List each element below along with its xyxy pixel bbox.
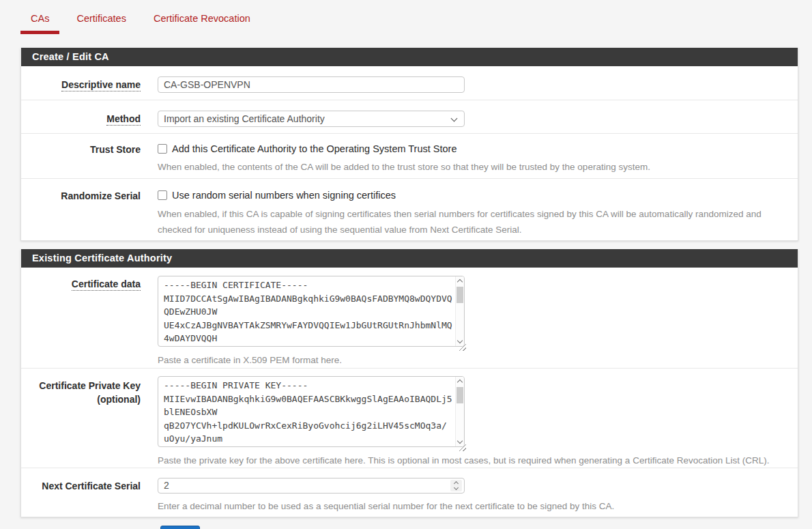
next-serial-value: 2 — [158, 478, 464, 493]
next-serial-input[interactable]: 2 — [158, 478, 465, 494]
scroll-up-icon[interactable] — [457, 279, 463, 285]
private-key-textarea[interactable]: -----BEGIN PRIVATE KEY----- MIIEvwIBADAN… — [158, 376, 465, 447]
randomize-serial-label: Randomize Serial — [21, 179, 158, 240]
trust-store-checkbox-label: Add this Certificate Authority to the Op… — [172, 143, 456, 154]
spinner-down-icon[interactable] — [453, 485, 458, 490]
randomize-serial-checkbox-label: Use random serial numbers when signing c… — [172, 190, 396, 201]
private-key-label: Certificate Private Key (optional) — [21, 369, 158, 468]
scrollbar-thumb[interactable] — [456, 387, 463, 403]
trust-store-help: When enabled, the contents of the CA wil… — [158, 160, 798, 174]
method-selected-value: Import an existing Certificate Authority — [164, 113, 325, 124]
descriptive-name-row: Descriptive name — [21, 66, 798, 100]
certificate-data-scrollbar[interactable] — [455, 276, 464, 346]
chevron-down-icon — [451, 115, 458, 122]
randomize-serial-checkbox[interactable] — [158, 190, 167, 200]
tab-cas[interactable]: CAs — [20, 10, 59, 48]
next-serial-row: Next Certificate Serial 2 Enter a decima… — [21, 468, 798, 517]
next-serial-help: Enter a decimal number to be used as a s… — [158, 499, 798, 513]
save-button[interactable]: Save — [160, 526, 200, 529]
private-key-scrollbar[interactable] — [455, 377, 464, 446]
active-tab-underline — [20, 31, 59, 34]
certificate-data-row: Certificate data -----BEGIN CERTIFICATE-… — [21, 268, 798, 369]
randomize-serial-help: When enabled, if this CA is capable of s… — [158, 206, 798, 238]
tab-certificates[interactable]: Certificates — [66, 10, 136, 48]
create-edit-ca-heading: Create / Edit CA — [21, 48, 798, 66]
tab-cas-label: CAs — [20, 10, 59, 26]
trust-store-row: Trust Store Add this Certificate Authori… — [21, 134, 798, 179]
certificate-data-help: Paste a certificate in X.509 PEM format … — [158, 353, 798, 367]
certificate-data-textarea[interactable]: -----BEGIN CERTIFICATE----- MIID7DCCAtSg… — [158, 276, 465, 347]
tab-certificate-revocation-label: Certificate Revocation — [143, 10, 261, 26]
existing-ca-heading: Existing Certificate Authority — [21, 249, 798, 268]
private-key-row: Certificate Private Key (optional) -----… — [21, 369, 798, 468]
number-spinner[interactable] — [450, 480, 462, 491]
method-select[interactable]: Import an existing Certificate Authority — [158, 111, 465, 127]
scrollbar-thumb[interactable] — [456, 287, 463, 303]
scroll-up-icon[interactable] — [457, 380, 463, 385]
next-serial-label: Next Certificate Serial — [21, 468, 158, 517]
private-key-help: Paste the private key for the above cert… — [158, 453, 798, 468]
descriptive-name-input[interactable] — [158, 76, 465, 93]
tab-certificates-label: Certificates — [66, 10, 136, 26]
randomize-serial-row: Randomize Serial Use random serial numbe… — [21, 179, 798, 240]
scroll-down-icon[interactable] — [457, 438, 463, 444]
method-row: Method Import an existing Certificate Au… — [21, 100, 798, 134]
trust-store-label: Trust Store — [21, 134, 158, 178]
existing-ca-panel: Existing Certificate Authority Certifica… — [20, 249, 798, 517]
scroll-down-icon[interactable] — [457, 338, 463, 343]
method-label: Method — [21, 100, 158, 133]
descriptive-name-label: Descriptive name — [21, 66, 158, 100]
certificate-data-label: Certificate data — [21, 268, 158, 368]
tab-certificate-revocation[interactable]: Certificate Revocation — [143, 10, 261, 48]
create-edit-ca-panel: Create / Edit CA Descriptive name Method… — [20, 48, 798, 241]
trust-store-checkbox[interactable] — [158, 144, 167, 154]
tab-bar: CAs Certificates Certificate Revocation — [0, 0, 812, 48]
